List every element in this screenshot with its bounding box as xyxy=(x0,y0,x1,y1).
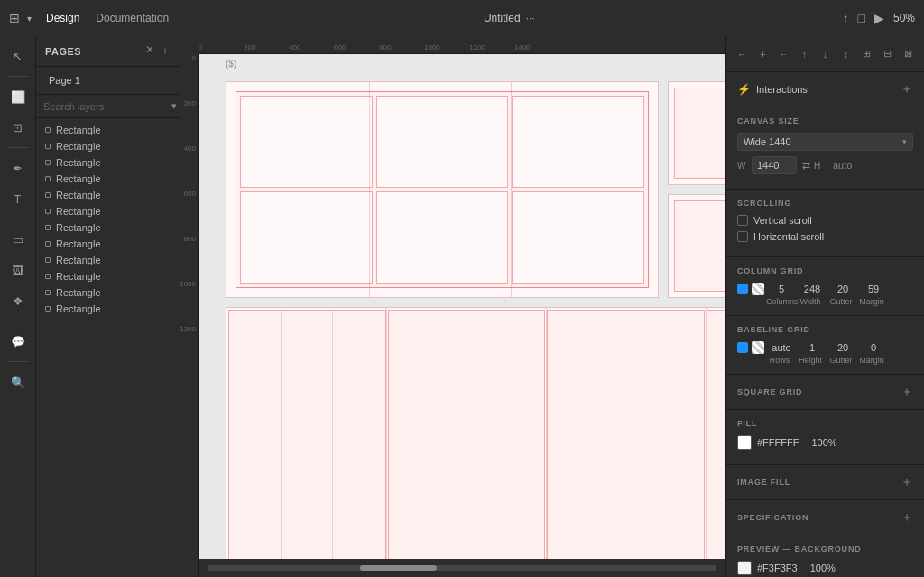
interactions-text: Interactions xyxy=(756,84,808,95)
ruler-top-mark-0: 0 xyxy=(199,43,244,51)
baseline-height: 1 xyxy=(799,342,826,353)
column-grid-gutter: 20 xyxy=(829,284,856,294)
layer-item-11[interactable]: Rectangle xyxy=(36,301,180,317)
rp-icon-5[interactable]: ↓ xyxy=(817,44,834,64)
ruler-top-mark-1400: 1400 xyxy=(514,43,559,51)
layer-item-7[interactable]: Rectangle xyxy=(36,236,180,252)
rp-icon-3[interactable]: ← xyxy=(775,44,792,64)
column-grid-cols: 5 xyxy=(768,284,795,294)
page-1-item[interactable]: Page 1 xyxy=(45,72,171,88)
rp-icon-1[interactable]: ← xyxy=(734,44,751,64)
baseline-margin: 0 xyxy=(860,342,887,353)
scrolling-label: SCROLLING xyxy=(737,199,913,208)
height-input[interactable]: auto xyxy=(828,157,873,173)
add-interaction-icon[interactable]: ＋ xyxy=(901,81,913,98)
frame-top-right-bottom xyxy=(668,194,725,298)
image-fill-row: IMAGE FILL ＋ xyxy=(737,474,913,490)
baseline-grid-row: auto 1 20 0 xyxy=(737,341,913,354)
layer-item-8[interactable]: Rectangle xyxy=(36,252,180,268)
toolbar-sep-2 xyxy=(7,147,29,148)
layer-item-0[interactable]: Rectangle xyxy=(36,122,180,138)
canvas-size-row: Wide 1440 ▾ xyxy=(737,133,913,151)
tab-documentation[interactable]: Documentation xyxy=(88,8,176,28)
pages-title: PAGES xyxy=(45,46,81,57)
layer-item-3[interactable]: Rectangle xyxy=(36,171,180,187)
preview-icon[interactable]: □ xyxy=(858,11,865,25)
h-label: H xyxy=(814,161,825,171)
add-page-icon[interactable]: ＋ xyxy=(160,43,171,59)
rp-icon-2[interactable]: + xyxy=(754,44,772,64)
image-fill-label: IMAGE FILL xyxy=(737,478,790,487)
search-input[interactable] xyxy=(43,101,168,112)
canvas-size-chevron: ▾ xyxy=(902,137,907,146)
layer-item-2[interactable]: Rectangle xyxy=(36,154,180,171)
fill-opacity-value: 100% xyxy=(811,437,836,448)
margin-label-2: Margin xyxy=(858,356,885,365)
add-square-grid-icon[interactable]: ＋ xyxy=(901,384,913,400)
move-tool[interactable]: ↖ xyxy=(5,43,31,69)
export-icon[interactable]: ↑ xyxy=(843,11,849,25)
layer-item-6[interactable]: Rectangle xyxy=(36,219,180,236)
scrollbar-thumb[interactable] xyxy=(360,565,437,571)
app-menu-chevron[interactable]: ▾ xyxy=(27,14,32,23)
main-layout: ↖ ⬜ ⊡ ✒ T ▭ 🖼 ❖ 💬 🔍 PAGES ✕ ＋ Page 1 ▾ xyxy=(0,36,924,577)
horizontal-scroll-label: Horizontal scroll xyxy=(753,231,824,242)
specification-section: SPECIFICATION ＋ xyxy=(726,500,924,535)
canvas-size-section: CANVAS SIZE Wide 1440 ▾ W 1440 ⇄ H auto xyxy=(726,107,924,190)
scrollbar-track[interactable] xyxy=(208,565,716,571)
ruler-top-mark-1200: 1200 xyxy=(469,43,514,51)
tab-design[interactable]: Design xyxy=(39,8,87,28)
rp-icon-8[interactable]: ⊟ xyxy=(879,44,896,64)
column-grid-row: 5 248 20 59 xyxy=(737,283,913,295)
fill-color-swatch[interactable] xyxy=(737,435,752,450)
column-grid-margin: 59 xyxy=(860,284,887,294)
close-pages-icon[interactable]: ✕ xyxy=(145,43,154,59)
layer-item-5[interactable]: Rectangle xyxy=(36,203,180,219)
ruler-left-mark-400: 400 xyxy=(184,144,198,190)
col-label: Columns xyxy=(766,297,793,306)
rp-icon-6[interactable]: ↕ xyxy=(837,44,855,64)
layer-dot xyxy=(45,290,51,295)
add-image-fill-icon[interactable]: ＋ xyxy=(901,474,913,490)
zoom-level[interactable]: 50% xyxy=(893,12,915,24)
frame-tool[interactable]: ⬜ xyxy=(5,84,31,109)
rp-icon-9[interactable]: ⊠ xyxy=(900,44,917,64)
column-grid-checkbox[interactable] xyxy=(737,284,748,294)
frame-label-top: ($) xyxy=(226,59,236,69)
horizontal-scroll-checkbox[interactable] xyxy=(737,231,748,242)
comment-tool[interactable]: 💬 xyxy=(5,329,31,354)
search-tool[interactable]: 🔍 xyxy=(5,369,31,395)
filter-icon[interactable]: ▾ xyxy=(171,100,177,112)
fill-section: FILL #FFFFFF 100% xyxy=(726,410,924,465)
canvas-size-select[interactable]: Wide 1440 ▾ xyxy=(737,133,913,151)
layer-item-9[interactable]: Rectangle xyxy=(36,268,180,284)
inner-rect-1 xyxy=(240,96,373,188)
component-tool[interactable]: ❖ xyxy=(5,288,31,313)
square-grid-section: SQUARE GRID ＋ xyxy=(726,375,924,410)
rp-icon-4[interactable]: ↑ xyxy=(796,44,813,64)
horizontal-scroll-row: Horizontal scroll xyxy=(737,231,913,242)
layer-dot xyxy=(45,160,51,165)
grid-icon[interactable]: ⊞ xyxy=(9,11,20,25)
height-link-icon: ⇄ xyxy=(802,160,810,172)
slice-tool[interactable]: ⊡ xyxy=(5,115,31,140)
layer-item-1[interactable]: Rectangle xyxy=(36,138,180,154)
pen-tool[interactable]: ✒ xyxy=(5,155,31,181)
canvas-area[interactable]: 0200400600800100012001400 02004006008001… xyxy=(180,36,725,577)
width-input[interactable]: 1440 xyxy=(752,156,797,174)
add-specification-icon[interactable]: ＋ xyxy=(901,509,913,526)
image-tool[interactable]: 🖼 xyxy=(5,257,31,283)
vertical-scroll-checkbox[interactable] xyxy=(737,215,748,226)
layers-list: RectangleRectangleRectangleRectangleRect… xyxy=(36,118,180,577)
preview-bg-swatch[interactable] xyxy=(737,561,752,575)
play-icon[interactable]: ▶ xyxy=(874,11,884,25)
baseline-grid-checkbox[interactable] xyxy=(737,342,748,353)
layer-item-4[interactable]: Rectangle xyxy=(36,187,180,203)
title-menu-button[interactable]: ··· xyxy=(526,12,535,24)
rp-icon-7[interactable]: ⊞ xyxy=(858,44,875,64)
document-title: Untitled xyxy=(484,12,521,24)
column-grid-pattern xyxy=(752,283,764,295)
rectangle-tool[interactable]: ▭ xyxy=(5,227,31,252)
layer-item-10[interactable]: Rectangle xyxy=(36,284,180,301)
text-tool[interactable]: T xyxy=(5,186,31,211)
